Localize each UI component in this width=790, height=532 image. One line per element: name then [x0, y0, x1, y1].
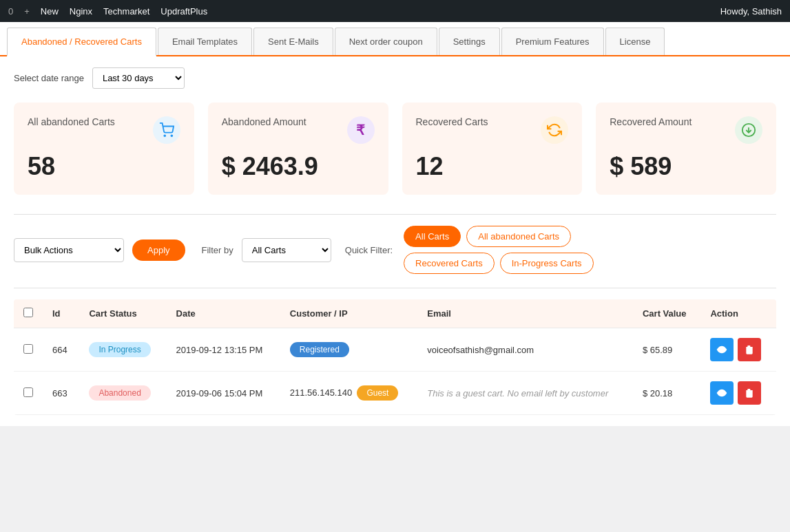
quick-filter-all-carts[interactable]: All Carts — [404, 226, 461, 247]
row-1-customer: Registered — [280, 328, 417, 372]
admin-bar-new[interactable]: New — [41, 6, 59, 17]
row-2-ip: 211.56.145.140 — [290, 387, 352, 398]
svg-point-1 — [171, 135, 172, 136]
table-row: 663 Abandoned 2019-09-06 15:04 PM 211.56… — [14, 372, 776, 415]
date-range-select[interactable]: Last 30 days Last 7 days Last 60 days La… — [92, 67, 185, 89]
main-wrap: Abandoned / Recovered Carts Email Templa… — [0, 22, 790, 426]
row-1-email: voiceofsathish@gmail.com — [417, 328, 633, 372]
carts-table: Id Cart Status Date Customer / IP Email … — [14, 299, 776, 415]
tab-next-order-coupon[interactable]: Next order coupon — [335, 28, 437, 55]
row-2-id: 663 — [43, 372, 79, 415]
filter-row: Bulk Actions Apply Filter by All Carts A… — [14, 226, 776, 274]
th-date: Date — [167, 299, 280, 328]
admin-bar-zero: 0 — [8, 6, 13, 17]
stat-card-abandoned-amount: Abandoned Amount ₹ $ 2463.9 — [208, 103, 388, 195]
row-checkbox-cell-1 — [14, 328, 43, 372]
tab-email-templates[interactable]: Email Templates — [158, 28, 252, 55]
admin-bar: 0 + New Nginx Techmarket UpdraftPlus How… — [0, 0, 790, 22]
row-2-email-text: This is a guest cart. No email left by c… — [427, 388, 608, 398]
nav-tabs: Abandoned / Recovered Carts Email Templa… — [0, 22, 790, 56]
stat-card-recovered-amount: Recovered Amount $ 589 — [596, 103, 776, 195]
quick-filter-in-progress[interactable]: In-Progress Carts — [500, 253, 594, 274]
tab-abandoned-recovered[interactable]: Abandoned / Recovered Carts — [7, 28, 156, 56]
stat-icon-cart — [153, 116, 180, 144]
stat-value-1: 58 — [28, 152, 180, 181]
date-range-label: Select date range — [14, 73, 84, 83]
select-all-checkbox[interactable] — [23, 308, 33, 317]
row-2-view-btn[interactable] — [710, 381, 734, 405]
stat-card-header-3: Recovered Carts — [416, 116, 569, 144]
table-header-row: Id Cart Status Date Customer / IP Email … — [14, 299, 776, 328]
admin-bar-updraftplus[interactable]: UpdraftPlus — [160, 6, 207, 17]
stat-card-header-2: Abandoned Amount ₹ — [222, 116, 375, 144]
stat-value-4: $ 589 — [610, 152, 762, 181]
row-1-customer-badge: Registered — [290, 342, 349, 357]
stat-title-1: All abandoned Carts — [28, 116, 115, 127]
apply-button[interactable]: Apply — [132, 240, 185, 261]
quick-filter-row-2: Recovered Carts In-Progress Carts — [404, 253, 593, 274]
th-customer-ip: Customer / IP — [280, 299, 417, 328]
admin-bar-howdy: Howdy, Sathish — [720, 6, 782, 17]
th-action: Action — [700, 299, 776, 328]
filter-select[interactable]: All Carts Abandoned Recovered In-Progres… — [242, 238, 331, 262]
stat-icon-rupee: ₹ — [347, 116, 375, 144]
admin-bar-nginx[interactable]: Nginx — [70, 6, 92, 17]
page-content: Select date range Last 30 days Last 7 da… — [0, 56, 790, 426]
divider-2 — [14, 288, 776, 288]
quick-filter-recovered[interactable]: Recovered Carts — [404, 253, 495, 274]
svg-point-4 — [720, 348, 723, 351]
th-id: Id — [43, 299, 79, 328]
tab-settings[interactable]: Settings — [439, 28, 500, 55]
admin-bar-plus[interactable]: + — [24, 6, 30, 17]
row-2-status-badge: Abandoned — [89, 385, 150, 401]
row-2-cart-status: Abandoned — [79, 372, 166, 415]
row-1-cart-value: $ 65.89 — [633, 328, 700, 372]
row-2-customer-badge: Guest — [357, 385, 398, 401]
row-2-date: 2019-09-06 15:04 PM — [167, 372, 280, 415]
row-2-delete-btn[interactable] — [738, 381, 761, 405]
stat-title-2: Abandoned Amount — [222, 116, 306, 127]
stat-icon-recycle — [735, 116, 762, 144]
stat-card-all-abandoned: All abandoned Carts 58 — [14, 103, 194, 195]
row-1-action-btns — [710, 338, 767, 361]
row-1-status-badge: In Progress — [89, 342, 150, 357]
th-email: Email — [417, 299, 633, 328]
quick-filters: All Carts All abandoned Carts Recovered … — [404, 226, 593, 274]
svg-point-0 — [164, 135, 165, 136]
tab-license[interactable]: License — [605, 28, 665, 55]
table-wrap: Id Cart Status Date Customer / IP Email … — [14, 299, 776, 415]
row-1-view-btn[interactable] — [710, 338, 734, 361]
row-1-date: 2019-09-12 13:15 PM — [167, 328, 280, 372]
stat-value-3: 12 — [416, 152, 569, 181]
row-2-email: This is a guest cart. No email left by c… — [417, 372, 633, 415]
stat-value-2: $ 2463.9 — [222, 152, 375, 181]
th-cart-value: Cart Value — [633, 299, 700, 328]
row-2-checkbox[interactable] — [23, 387, 33, 397]
stat-title-4: Recovered Amount — [610, 116, 692, 127]
filter-by-label: Filter by — [202, 245, 233, 255]
th-cart-status: Cart Status — [79, 299, 166, 328]
row-2-action — [700, 372, 776, 415]
table-row: 664 In Progress 2019-09-12 13:15 PM Regi… — [14, 328, 776, 372]
admin-bar-left: 0 + New Nginx Techmarket UpdraftPlus — [8, 6, 207, 17]
table-body: 664 In Progress 2019-09-12 13:15 PM Regi… — [14, 328, 776, 415]
row-2-cart-value: $ 20.18 — [633, 372, 700, 415]
svg-point-5 — [720, 392, 723, 394]
stat-card-header-1: All abandoned Carts — [28, 116, 180, 144]
row-1-cart-status: In Progress — [79, 328, 166, 372]
row-2-action-btns — [710, 381, 767, 405]
stat-title-3: Recovered Carts — [416, 116, 488, 127]
quick-filter-all-abandoned[interactable]: All abandoned Carts — [466, 226, 571, 247]
divider — [14, 214, 776, 215]
tab-premium-features[interactable]: Premium Features — [501, 28, 604, 55]
row-1-checkbox[interactable] — [23, 344, 33, 354]
bulk-actions-select[interactable]: Bulk Actions — [14, 238, 124, 262]
admin-bar-techmarket[interactable]: Techmarket — [103, 6, 149, 17]
row-1-action — [700, 328, 776, 372]
quick-filter-row-1: All Carts All abandoned Carts — [404, 226, 593, 247]
row-1-delete-btn[interactable] — [738, 338, 761, 361]
stat-icon-refresh — [541, 116, 568, 144]
stat-card-header-4: Recovered Amount — [610, 116, 762, 144]
row-2-customer: 211.56.145.140 Guest — [280, 372, 417, 415]
tab-sent-emails[interactable]: Sent E-Mails — [253, 28, 333, 55]
